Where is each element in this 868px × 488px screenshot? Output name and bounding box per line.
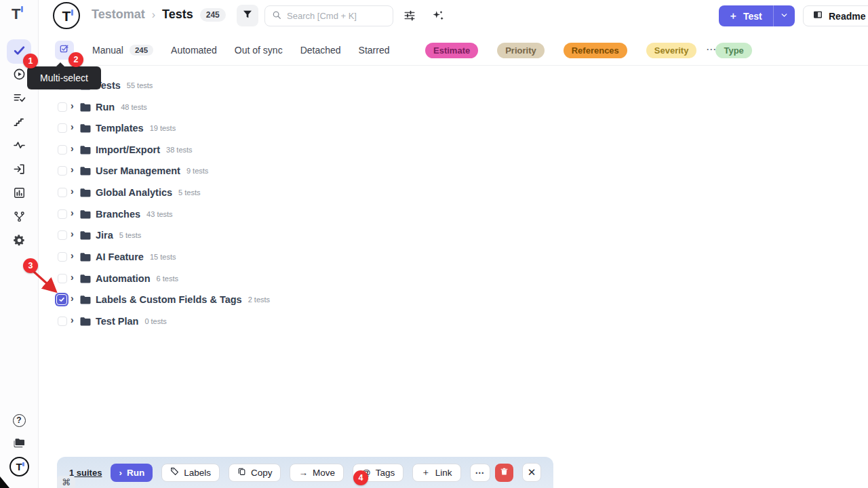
delete-button[interactable] — [495, 464, 513, 482]
sidebar-workspace-logo[interactable]: T — [7, 454, 31, 479]
command-key-icon: ⌘ — [57, 476, 75, 488]
tab-label: Starred — [359, 45, 390, 56]
move-button[interactable]: → Move — [290, 464, 344, 482]
suite-row[interactable]: › Tests 55 tests — [39, 77, 785, 94]
filter-button[interactable] — [237, 5, 258, 26]
pill-references[interactable]: References — [564, 43, 627, 58]
sidebar-item-settings[interactable] — [7, 229, 31, 253]
breadcrumb-separator: › — [152, 9, 155, 21]
sidebar-item-plans[interactable] — [7, 87, 31, 111]
suite-row[interactable]: › Test Plan 0 tests — [39, 312, 785, 330]
suite-checkbox[interactable] — [58, 230, 67, 240]
suite-checkbox[interactable] — [58, 317, 67, 326]
sidebar-item-branches[interactable] — [7, 205, 31, 230]
suite-test-count: 2 tests — [248, 296, 270, 304]
labels-button[interactable]: Labels — [161, 464, 220, 482]
chevron-right-icon[interactable]: › — [71, 164, 74, 175]
suite-row[interactable]: › User Management 9 tests — [39, 162, 785, 180]
folder-icon — [79, 230, 92, 243]
testomat-logo-circle-icon: T — [9, 457, 29, 476]
suite-checkbox[interactable] — [58, 102, 67, 112]
suite-name[interactable]: Automation — [96, 273, 151, 284]
pill-severity[interactable]: Severity — [646, 43, 697, 58]
project-logo[interactable]: T — [53, 2, 80, 29]
suite-name[interactable]: Jira — [96, 230, 113, 241]
sidebar-item-reports[interactable] — [7, 182, 31, 206]
suite-row[interactable]: › Branches 43 tests — [39, 205, 785, 223]
suite-name[interactable]: Labels & Custom Fields & Tags — [96, 294, 242, 305]
sidebar-item-projects[interactable] — [7, 432, 31, 456]
list-check-icon — [13, 92, 26, 107]
suite-checkbox[interactable] — [58, 145, 67, 155]
suite-name[interactable]: Import/Export — [96, 144, 160, 155]
suite-name[interactable]: Branches — [96, 209, 140, 220]
suite-test-count: 38 tests — [166, 146, 193, 154]
page-title: Tests — [162, 7, 193, 22]
suite-checkbox[interactable] — [58, 166, 67, 176]
more-pills-button[interactable]: ⋯ — [706, 43, 717, 56]
plus-icon: ＋ — [728, 10, 738, 22]
suite-name[interactable]: User Management — [96, 165, 180, 176]
suite-row[interactable]: › AI Feature 15 tests — [39, 248, 785, 266]
arrow-right-icon: → — [298, 468, 308, 478]
link-button[interactable]: ＋ Link — [412, 464, 460, 482]
adjustments-icon[interactable] — [403, 9, 416, 24]
search-icon — [272, 10, 281, 22]
suite-row[interactable]: › Automation 6 tests — [39, 270, 785, 287]
suite-row[interactable]: › Templates 19 tests — [39, 119, 785, 137]
chevron-right-icon[interactable]: › — [71, 272, 74, 283]
more-actions-button[interactable]: ⋯ — [470, 464, 491, 482]
pill-priority[interactable]: Priority — [497, 43, 545, 58]
suite-checkbox[interactable] — [58, 209, 67, 219]
chevron-right-icon[interactable]: › — [71, 250, 74, 261]
suite-row[interactable]: › Import/Export 38 tests — [39, 141, 785, 159]
sidebar-item-pull-requests[interactable] — [7, 158, 31, 182]
suite-row[interactable]: › Labels & Custom Fields & Tags 2 tests — [39, 291, 785, 308]
suite-name[interactable]: Test Plan — [96, 316, 138, 327]
copy-button[interactable]: Copy — [229, 464, 281, 482]
suite-row[interactable]: › Run 48 tests — [39, 98, 785, 116]
suite-row[interactable]: › Global Analytics 5 tests — [39, 184, 785, 201]
suite-checkbox[interactable] — [58, 123, 67, 133]
tab-detached[interactable]: Detached — [300, 45, 341, 56]
chevron-right-icon[interactable]: › — [71, 186, 74, 197]
suite-checkbox[interactable] — [58, 188, 67, 197]
chevron-right-icon[interactable]: › — [71, 207, 74, 218]
sidebar-item-steps[interactable] — [7, 110, 31, 135]
suite-test-count: 15 tests — [150, 253, 176, 261]
run-button[interactable]: › Run — [111, 464, 153, 482]
chevron-right-icon[interactable]: › — [71, 121, 74, 132]
tests-count-badge: 245 — [200, 8, 226, 22]
tab-starred[interactable]: Starred — [359, 45, 390, 56]
chevron-right-icon[interactable]: › — [71, 143, 74, 154]
suite-name[interactable]: AI Feature — [96, 251, 144, 262]
annotation-badge-4: 4 — [353, 470, 368, 485]
sidebar-item-help[interactable]: ? — [7, 408, 31, 432]
chevron-right-icon[interactable]: › — [71, 293, 74, 304]
chevron-right-icon[interactable]: › — [71, 314, 74, 325]
suite-name[interactable]: Templates — [96, 123, 144, 134]
sidebar-item-pulse[interactable] — [7, 134, 31, 159]
search-input[interactable] — [287, 11, 382, 21]
pill-type[interactable]: Type — [715, 43, 751, 58]
suite-checkbox[interactable] — [58, 252, 67, 262]
breadcrumb-app[interactable]: Testomat — [92, 7, 145, 22]
suites-tree: › Tests 55 tests › Run 48 tests › Templa… — [39, 66, 868, 445]
suite-row[interactable]: › Jira 5 tests — [39, 226, 785, 244]
play-circle-icon — [13, 68, 26, 83]
chevron-right-icon[interactable]: › — [71, 100, 74, 111]
tab-automated[interactable]: Automated — [171, 45, 217, 56]
new-test-split-button[interactable]: ＋ Test — [719, 5, 795, 26]
readme-button[interactable]: Readme — [803, 5, 868, 26]
new-test-button[interactable]: ＋ Test — [719, 5, 774, 26]
suite-name[interactable]: Global Analytics — [96, 187, 172, 198]
new-test-dropdown[interactable] — [774, 5, 795, 26]
chevron-right-icon[interactable]: › — [71, 228, 74, 239]
ai-sparkles-icon[interactable] — [432, 9, 444, 24]
pill-estimate[interactable]: Estimate — [425, 43, 478, 58]
suite-name[interactable]: Run — [96, 102, 115, 113]
close-action-bar-button[interactable]: ✕ — [522, 463, 541, 482]
search-box[interactable] — [264, 5, 393, 26]
tab-out-of-sync[interactable]: Out of sync — [235, 45, 283, 56]
tab-manual[interactable]: Manual245 — [92, 45, 153, 56]
